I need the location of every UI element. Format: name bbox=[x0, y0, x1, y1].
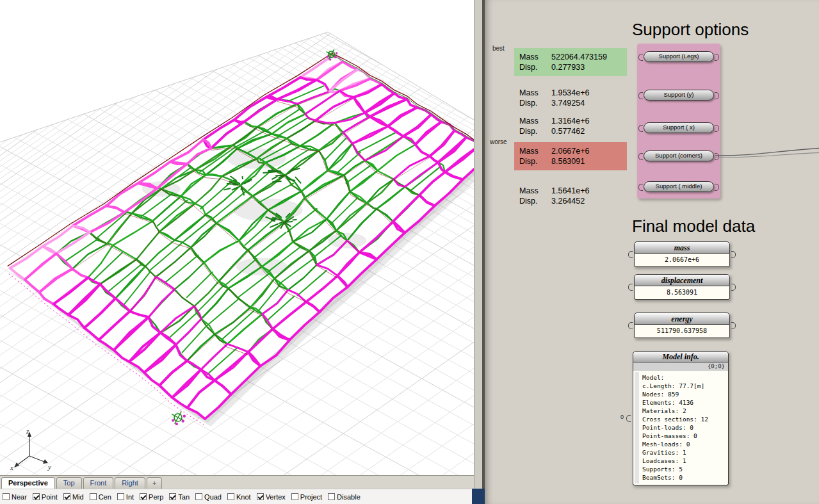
grasshopper-canvas[interactable]: Support options best worse Mass522064.47… bbox=[485, 0, 819, 504]
toggle-support-y[interactable]: Support (y) bbox=[644, 90, 714, 101]
tab-right[interactable]: Right bbox=[115, 477, 145, 489]
model-info-line: Loadcases: 1 bbox=[642, 457, 727, 465]
support-glyph bbox=[172, 411, 186, 425]
osnap-checkbox-point[interactable] bbox=[33, 493, 40, 500]
support-options-group[interactable] bbox=[637, 44, 720, 199]
disp-value: 8.563091 bbox=[551, 156, 585, 167]
disp-label: Disp. bbox=[519, 156, 542, 167]
osnap-item-project[interactable]: Project bbox=[291, 493, 322, 501]
panel-displacement[interactable]: displacement 8.563091 bbox=[634, 274, 730, 300]
tab-perspective[interactable]: Perspective bbox=[1, 477, 55, 489]
toggle-support-x[interactable]: Support ( x) bbox=[644, 122, 714, 133]
model-info-body[interactable]: Model: c.Length: 77.7[m] Nodes: 859 Elem… bbox=[633, 371, 729, 485]
panel-displacement-value[interactable]: 8.563091 bbox=[634, 286, 730, 300]
tab-front[interactable]: Front bbox=[83, 477, 114, 489]
osnap-checkbox-disable[interactable] bbox=[328, 493, 335, 500]
osnap-checkbox-knot[interactable] bbox=[227, 493, 234, 500]
best-label: best bbox=[492, 45, 505, 52]
result-panel-3[interactable]: Mass1.3164e+6 Disp.0.577462 bbox=[514, 112, 627, 140]
disp-label: Disp. bbox=[519, 98, 542, 108]
toggle-support-corners[interactable]: Support (corners) bbox=[644, 150, 714, 161]
model-info-input-index: 0 bbox=[620, 414, 624, 420]
toggle-support-legs[interactable]: Support (Legs) bbox=[644, 51, 714, 62]
tab-top[interactable]: Top bbox=[56, 477, 82, 489]
osnap-checkbox-near[interactable] bbox=[3, 493, 10, 500]
model-info-line: Nodes: 859 bbox=[642, 390, 727, 398]
model-info-line: Point-masses: 0 bbox=[642, 432, 727, 440]
model-info-line: Elements: 4136 bbox=[642, 398, 727, 407]
model-info-line: Model: bbox=[642, 373, 727, 382]
osnap-item-disable[interactable]: Disable bbox=[328, 493, 361, 501]
disp-label: Disp. bbox=[519, 126, 542, 136]
svg-text:y: y bbox=[47, 463, 51, 471]
application-window: zxy Perspective Top Front Right + Near P… bbox=[0, 0, 819, 504]
disp-value: 3.749254 bbox=[551, 98, 585, 108]
osnap-item-perp[interactable]: Perp bbox=[140, 493, 163, 501]
panel-energy-value[interactable]: 511790.637958 bbox=[634, 325, 730, 338]
mass-value: 1.9534e+6 bbox=[551, 88, 589, 98]
osnap-label: Quad bbox=[204, 493, 222, 501]
osnap-item-int[interactable]: Int bbox=[117, 493, 134, 501]
result-panel-2[interactable]: Mass1.9534e+6 Disp.3.749254 bbox=[514, 84, 627, 112]
osnap-label: Project bbox=[300, 493, 322, 501]
add-viewport-tab-button[interactable]: + bbox=[147, 477, 162, 489]
result-panel-1[interactable]: Mass522064.473159 Disp.0.277933 bbox=[514, 48, 627, 76]
axis-gizmo: zxy bbox=[10, 427, 51, 471]
osnap-item-knot[interactable]: Knot bbox=[227, 493, 251, 501]
model-info-line: Materials: 2 bbox=[642, 407, 727, 415]
mass-label: Mass bbox=[519, 186, 542, 196]
model-info-header: Model info. bbox=[633, 351, 729, 362]
mass-value: 522064.473159 bbox=[551, 52, 607, 62]
osnap-toolbar: Near Point Mid Cen Int Perp Tan Quad Kno… bbox=[0, 489, 472, 504]
osnap-item-tan[interactable]: Tan bbox=[169, 493, 190, 501]
osnap-checkbox-tan[interactable] bbox=[169, 493, 176, 500]
panel-mass-value[interactable]: 2.0667e+6 bbox=[634, 254, 730, 267]
osnap-label: Vertex bbox=[266, 493, 286, 501]
disp-value: 0.277933 bbox=[551, 62, 585, 72]
osnap-item-mid[interactable]: Mid bbox=[63, 493, 84, 501]
osnap-label: Point bbox=[42, 493, 58, 501]
osnap-checkbox-quad[interactable] bbox=[195, 493, 202, 500]
panel-displacement-header: displacement bbox=[634, 274, 730, 286]
result-panel-4[interactable]: Mass2.0667e+6 Disp.8.563091 bbox=[514, 142, 627, 170]
osnap-checkbox-int[interactable] bbox=[117, 493, 124, 500]
support-options-title: Support options bbox=[632, 20, 749, 40]
osnap-checkbox-perp[interactable] bbox=[140, 493, 147, 500]
panel-model-info[interactable]: Model info. {0;0} Model: c.Length: 77.7[… bbox=[633, 351, 729, 485]
osnap-checkbox-vertex[interactable] bbox=[257, 493, 264, 500]
osnap-item-point[interactable]: Point bbox=[33, 493, 58, 501]
statusbar-corner bbox=[472, 489, 485, 504]
disp-label: Disp. bbox=[519, 196, 542, 206]
mass-value: 1.5641e+6 bbox=[551, 186, 589, 196]
disp-value: 3.264452 bbox=[551, 196, 585, 206]
disp-label: Disp. bbox=[519, 62, 542, 72]
model-info-line: Point-loads: 0 bbox=[642, 423, 727, 432]
viewport-scrollbar[interactable] bbox=[474, 0, 482, 489]
osnap-label: Tan bbox=[178, 493, 190, 501]
result-panel-5[interactable]: Mass1.5641e+6 Disp.3.264452 bbox=[514, 182, 627, 210]
worse-label: worse bbox=[490, 138, 507, 145]
viewport-3d[interactable]: zxy bbox=[0, 0, 474, 475]
osnap-checkbox-cen[interactable] bbox=[90, 493, 97, 500]
model-info-line: BeamSets: 0 bbox=[642, 473, 727, 482]
panel-mass[interactable]: mass 2.0667e+6 bbox=[634, 241, 730, 267]
osnap-label: Cen bbox=[99, 493, 111, 501]
panel-energy[interactable]: energy 511790.637958 bbox=[634, 313, 730, 338]
rhino-viewport[interactable]: zxy bbox=[0, 0, 474, 475]
osnap-item-quad[interactable]: Quad bbox=[195, 493, 222, 501]
svg-text:x: x bbox=[10, 464, 13, 471]
osnap-item-vertex[interactable]: Vertex bbox=[257, 493, 286, 501]
viewport-tabbar: Perspective Top Front Right + bbox=[0, 475, 474, 489]
svg-text:z: z bbox=[26, 427, 29, 435]
osnap-label: Near bbox=[12, 493, 27, 501]
toggle-support-middle[interactable]: Support ( middle) bbox=[644, 181, 714, 192]
osnap-checkbox-mid[interactable] bbox=[63, 493, 70, 500]
osnap-checkbox-project[interactable] bbox=[291, 493, 298, 500]
model-info-line: Supports: 5 bbox=[642, 465, 727, 473]
osnap-item-cen[interactable]: Cen bbox=[90, 493, 111, 501]
mass-label: Mass bbox=[519, 52, 542, 62]
osnap-label: Int bbox=[126, 493, 134, 501]
osnap-item-near[interactable]: Near bbox=[3, 493, 27, 501]
model-info-line: Mesh-loads: 0 bbox=[642, 440, 727, 448]
panel-energy-header: energy bbox=[634, 313, 730, 325]
